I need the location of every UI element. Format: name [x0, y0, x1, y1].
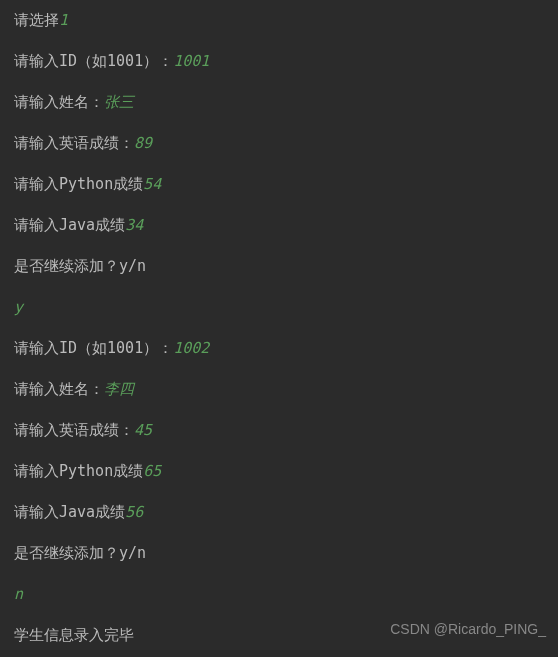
console-line: 请输入姓名：李四 — [14, 379, 544, 400]
user-input: 34 — [125, 216, 143, 234]
user-input: 1002 — [173, 339, 209, 357]
user-input: 1 — [59, 11, 68, 29]
watermark-text: CSDN @Ricardo_PING_ — [390, 621, 546, 637]
prompt-text: 是否继续添加？y/n — [14, 257, 146, 275]
console-line: 请输入Python成绩65 — [14, 461, 544, 482]
console-line: 是否继续添加？y/n — [14, 543, 544, 564]
user-input: 65 — [143, 462, 161, 480]
prompt-text: 请选择 — [14, 11, 59, 29]
console-line: 请输入ID（如1001）：1002 — [14, 338, 544, 359]
terminal-output: 请选择1 请输入ID（如1001）：1001 请输入姓名：张三 请输入英语成绩：… — [14, 10, 544, 646]
user-input: 54 — [143, 175, 161, 193]
user-input: 45 — [134, 421, 152, 439]
console-line: 是否继续添加？y/n — [14, 256, 544, 277]
console-line: 请输入英语成绩：45 — [14, 420, 544, 441]
user-input: 89 — [134, 134, 152, 152]
console-line: 请输入Python成绩54 — [14, 174, 544, 195]
prompt-text: 学生信息录入完毕 — [14, 626, 134, 644]
prompt-text: 请输入ID（如1001）： — [14, 52, 173, 70]
user-input: 56 — [125, 503, 143, 521]
user-input: 张三 — [104, 93, 134, 111]
console-line: 请输入ID（如1001）：1001 — [14, 51, 544, 72]
prompt-text: 请输入Python成绩 — [14, 462, 143, 480]
user-input: 1001 — [173, 52, 209, 70]
console-line: 请输入Java成绩34 — [14, 215, 544, 236]
user-response: y — [14, 298, 23, 316]
prompt-text: 请输入姓名： — [14, 93, 104, 111]
prompt-text: 请输入英语成绩： — [14, 421, 134, 439]
console-line: 请输入Java成绩56 — [14, 502, 544, 523]
console-line: 请选择1 — [14, 10, 544, 31]
prompt-text: 请输入ID（如1001）： — [14, 339, 173, 357]
prompt-text: 请输入Java成绩 — [14, 216, 125, 234]
prompt-text: 请输入英语成绩： — [14, 134, 134, 152]
prompt-text: 是否继续添加？y/n — [14, 544, 146, 562]
prompt-text: 请输入姓名： — [14, 380, 104, 398]
prompt-text: 请输入Python成绩 — [14, 175, 143, 193]
console-line: 请输入英语成绩：89 — [14, 133, 544, 154]
console-line: 请输入姓名：张三 — [14, 92, 544, 113]
prompt-text: 请输入Java成绩 — [14, 503, 125, 521]
console-line: y — [14, 297, 544, 318]
console-line: n — [14, 584, 544, 605]
user-response: n — [14, 585, 23, 603]
user-input: 李四 — [104, 380, 134, 398]
